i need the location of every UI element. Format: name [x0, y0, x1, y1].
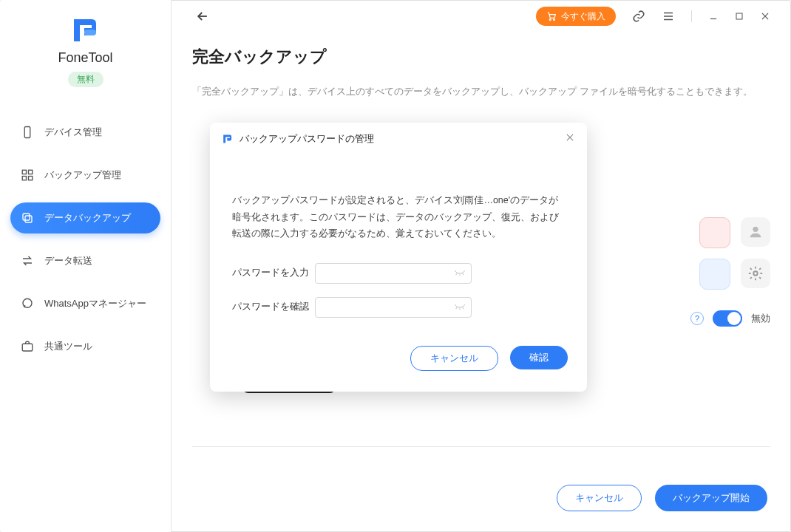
titlebar-right: 今すぐ購入 — [536, 7, 770, 26]
tile[interactable] — [699, 217, 730, 248]
brand-block: FoneTool 無料 — [0, 16, 171, 87]
start-backup-button[interactable]: バックアップ開始 — [655, 485, 767, 511]
briefcase-icon — [21, 340, 34, 353]
brand-name: FoneTool — [58, 50, 112, 66]
svg-rect-9 — [22, 344, 33, 351]
page-title: 完全バックアップ — [192, 46, 770, 68]
password-modal: バックアップパスワードの管理 バックアップパスワードが設定されると、デバイス'刘… — [210, 123, 587, 392]
modal-header: バックアップパスワードの管理 — [210, 123, 587, 155]
modal-title: バックアップパスワードの管理 — [240, 132, 374, 146]
buy-now-label: 今すぐ購入 — [561, 10, 605, 23]
svg-rect-3 — [29, 170, 33, 174]
sidebar-item-data-backup[interactable]: データバックアップ — [10, 202, 160, 233]
encryption-toggle[interactable] — [713, 310, 742, 327]
titlebar: 今すぐ購入 — [192, 0, 770, 33]
app-window: FoneTool 無料 デバイス管理 バックアップ管理 データバックアップ — [0, 0, 791, 532]
sidebar-item-data-transfer[interactable]: データ転送 — [10, 245, 160, 276]
sidebar-item-backup-manage[interactable]: バックアップ管理 — [10, 160, 160, 191]
password-label: パスワードを入力 — [232, 267, 315, 279]
sidebar-nav: デバイス管理 バックアップ管理 データバックアップ データ転送 WhatsApp… — [0, 112, 171, 362]
sidebar-item-label: データバックアップ — [44, 211, 131, 225]
svg-point-13 — [753, 226, 758, 231]
sidebar-item-device[interactable]: デバイス管理 — [10, 117, 160, 148]
svg-rect-0 — [84, 30, 96, 35]
modal-body: バックアップパスワードが設定されると、デバイス'刘雨佳…one'のデータが暗号化… — [210, 155, 587, 321]
svg-rect-5 — [29, 177, 33, 180]
back-button[interactable] — [192, 6, 213, 27]
confirm-password-input[interactable] — [315, 297, 472, 318]
titlebar-left — [192, 6, 213, 27]
help-icon[interactable]: ? — [690, 312, 704, 325]
buy-now-button[interactable]: 今すぐ購入 — [536, 7, 616, 26]
svg-point-14 — [753, 271, 758, 276]
section-divider — [192, 446, 770, 447]
svg-point-11 — [554, 19, 555, 21]
password-row: パスワードを入力 — [232, 263, 565, 284]
window-minimize[interactable] — [708, 11, 719, 21]
divider — [691, 10, 692, 22]
device-icon — [21, 126, 34, 139]
svg-rect-4 — [22, 177, 26, 180]
sidebar-item-label: 共通ツール — [44, 340, 92, 353]
toggle-label: 無効 — [751, 312, 770, 325]
modal-ok-button[interactable]: 確認 — [510, 346, 568, 369]
contacts-icon — [747, 224, 764, 240]
confirm-password-row: パスワードを確認 — [232, 297, 565, 318]
svg-point-10 — [549, 19, 551, 21]
modal-cancel-button[interactable]: キャンセル — [410, 346, 498, 371]
password-input[interactable] — [315, 263, 472, 284]
copy-icon — [21, 211, 34, 225]
sidebar-item-whatsapp[interactable]: WhatsAppマネージャー — [10, 288, 160, 319]
close-icon — [565, 132, 575, 143]
page-header: 完全バックアップ 「完全バックアップ」は、デバイス上のすべてのデータをバックアッ… — [192, 46, 770, 99]
page-footer: キャンセル バックアップ開始 — [192, 464, 770, 532]
svg-rect-12 — [736, 13, 742, 19]
cart-icon — [546, 11, 557, 21]
svg-rect-6 — [25, 216, 32, 222]
grid-icon — [21, 168, 34, 182]
menu-icon[interactable] — [662, 10, 675, 23]
settings-tile[interactable] — [741, 259, 770, 288]
toggle-visibility-icon[interactable] — [454, 267, 466, 279]
modal-footer: キャンセル 確認 — [210, 321, 587, 392]
brand-logo-icon — [69, 16, 102, 44]
modal-description: バックアップパスワードが設定されると、デバイス'刘雨佳…one'のデータが暗号化… — [232, 192, 565, 242]
transfer-icon — [21, 254, 34, 267]
sidebar-item-label: デバイス管理 — [44, 126, 102, 139]
contacts-tile[interactable] — [741, 217, 770, 247]
encryption-toggle-row: ? 無効 — [690, 310, 770, 327]
svg-rect-2 — [22, 170, 26, 174]
svg-rect-1 — [24, 127, 30, 138]
arrow-left-icon — [195, 9, 210, 24]
free-badge: 無料 — [68, 72, 103, 87]
page-description: 「完全バックアップ」は、デバイス上のすべてのデータをバックアップし、バックアップ… — [192, 84, 770, 99]
sidebar-item-label: データ転送 — [44, 254, 92, 267]
window-close[interactable] — [760, 11, 770, 21]
confirm-password-label: パスワードを確認 — [232, 301, 315, 313]
sidebar-item-tools[interactable]: 共通ツール — [10, 331, 160, 362]
chat-icon — [21, 297, 34, 310]
gear-icon — [747, 265, 764, 282]
cancel-button[interactable]: キャンセル — [557, 485, 642, 511]
sidebar-item-label: WhatsAppマネージャー — [44, 297, 146, 310]
brand-logo-icon — [222, 133, 234, 145]
sidebar: FoneTool 無料 デバイス管理 バックアップ管理 データバックアップ — [0, 0, 172, 532]
data-type-tiles — [699, 217, 770, 290]
link-icon[interactable] — [632, 10, 645, 23]
sidebar-item-label: バックアップ管理 — [44, 168, 121, 182]
toggle-visibility-icon[interactable] — [454, 301, 466, 313]
window-maximize[interactable] — [735, 12, 744, 21]
tile[interactable] — [699, 259, 730, 290]
svg-rect-7 — [23, 214, 30, 220]
modal-close-button[interactable] — [565, 132, 575, 146]
